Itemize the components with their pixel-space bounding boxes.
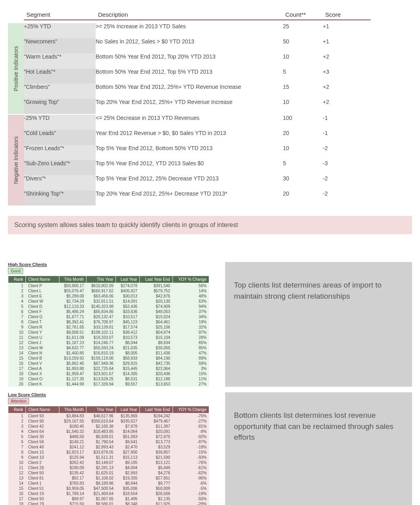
- neg-row-count-3: 5: [283, 160, 323, 175]
- high-cell-1-0: 2: [8, 288, 26, 294]
- pos-row-segment-1: "Newcomers": [24, 38, 96, 53]
- high-row-16: 17Client A$1,893.80$22,725.64$15,445$22,…: [8, 366, 209, 371]
- low-cell-14-3: $47,508.54: [86, 486, 116, 491]
- low-cell-4-6: -92%: [173, 434, 209, 439]
- pos-row-score-4: +2: [323, 84, 371, 99]
- neg-row-description-3: Top 5% Year End 2012, YTD 2013 Sales $0: [96, 160, 283, 175]
- low-cell-12-0: 13: [8, 476, 26, 481]
- high-row-2: 3Client E$5,288.00$63,456.06$30,013$42,8…: [8, 294, 209, 299]
- pos-row-segment-2: "Warm Leads"*: [24, 53, 96, 69]
- low-cell-11-0: 12: [8, 470, 26, 476]
- high-cell-7-0: 8: [8, 319, 26, 325]
- low-cell-4-4: $51,083: [116, 434, 140, 439]
- low-row-2: 3Client 42$180.45$2,165.38$7,978$11,397-…: [8, 424, 209, 429]
- high-score-table-wrap: High Score Clients Good RankClient NameT…: [8, 262, 209, 387]
- low-cell-9-2: $262.42: [59, 460, 86, 465]
- high-cell-13-6: 47%: [173, 350, 209, 356]
- low-cell-17-6: -28%: [173, 501, 209, 505]
- low-cell-15-2: $1,789.14: [59, 491, 86, 496]
- low-cell-7-0: 8: [8, 450, 26, 455]
- neg-row-segment-0: -25% YTD: [24, 115, 96, 130]
- neg-row-count-5: 20: [283, 190, 323, 206]
- pos-row-description-4: Bottom 50% Year End 2012, 25%+ YTD Reven…: [96, 84, 283, 99]
- high-col-0: Rank: [8, 276, 26, 283]
- high-cell-0-1: Client P: [26, 283, 59, 289]
- low-cell-14-1: Client 51: [26, 486, 59, 491]
- pos-row-segment-3: "Hot Leads"*: [24, 69, 96, 84]
- pos-row-description-5: Top 20% Year End 2012, 25%+ YTD Revenue …: [96, 99, 283, 114]
- low-cell-2-1: Client 42: [26, 424, 59, 429]
- low-cell-0-5: $194,242: [140, 413, 173, 419]
- high-row-6: 7Client G$1,677.71$20,132.47$10,517$15,0…: [8, 314, 209, 319]
- low-cell-6-1: Client 40: [26, 444, 59, 450]
- high-row-3: 4Client W$2,734.29$32,811.51$14,091$20,1…: [8, 299, 209, 304]
- high-cell-15-0: 16: [8, 361, 26, 366]
- high-cell-16-1: Client A: [26, 366, 59, 371]
- high-cell-5-5: $48,053: [140, 309, 173, 314]
- pos-row-description-2: Bottom 50% Year End 2012, Top 20% YTD 20…: [96, 53, 283, 69]
- low-cell-2-6: -81%: [173, 424, 209, 429]
- low-cell-1-6: -27%: [173, 419, 209, 424]
- neg-row-score-0: -1: [323, 115, 371, 130]
- low-cell-6-2: $241.12: [59, 444, 86, 450]
- positive-band: Positive Indicators: [8, 23, 24, 114]
- high-cell-17-0: 18: [8, 371, 26, 376]
- low-cell-8-6: -93%: [173, 455, 209, 460]
- low-cell-13-4: $6,844: [116, 481, 140, 486]
- high-cell-4-5: $74,909: [140, 304, 173, 309]
- high-cell-13-4: $8,005: [116, 350, 140, 356]
- high-cell-19-5: $13,653: [140, 382, 173, 387]
- low-cell-4-2: $486.50: [59, 434, 86, 439]
- high-col-2: This Month: [59, 276, 86, 283]
- high-cell-5-4: $33,636: [116, 309, 140, 314]
- low-cell-11-3: $1,625.01: [86, 470, 116, 476]
- pos-row-count-4: 15: [283, 84, 323, 99]
- low-cell-13-0: 14: [8, 481, 26, 486]
- low-cell-0-1: Client 93: [26, 413, 59, 419]
- high-row-4: 5Client D$12,110.33$145,323.98$52,436$74…: [8, 304, 209, 309]
- low-row-14: 15Client 51$3,959.05$47,508.54$35,006$50…: [8, 486, 209, 491]
- high-cell-14-2: $13,259.92: [59, 356, 86, 361]
- high-cell-2-5: $42,876: [140, 294, 173, 299]
- low-cell-7-4: $27,900: [116, 450, 140, 455]
- high-cell-17-4: $14,305: [116, 371, 140, 376]
- scoring-caption: Scoring system allows sales team to quic…: [8, 216, 412, 234]
- neg-row-segment-1: "Cold Leads": [24, 130, 96, 145]
- high-cell-10-0: 11: [8, 335, 26, 340]
- high-cell-12-1: Client M: [26, 345, 59, 350]
- low-cell-10-2: $190.09: [59, 465, 86, 470]
- high-cell-5-0: 6: [8, 309, 26, 314]
- low-score-table-wrap: Low Score Clients Attention RankClient N…: [8, 392, 209, 505]
- high-cell-7-1: Client T: [26, 319, 59, 325]
- high-row-10: 11Client U$1,611.09$19,333.07$10,573$15,…: [8, 335, 209, 340]
- high-cell-19-4: $9,557: [116, 382, 140, 387]
- high-cell-17-1: Client X: [26, 371, 59, 376]
- high-cell-1-2: $55,076.47: [59, 288, 86, 294]
- low-cell-12-2: $92.17: [59, 476, 86, 481]
- neg-row-description-1: Year End 2012 Revenue > $0, $0 Sales YTD…: [96, 130, 283, 145]
- high-cell-13-5: $11,436: [140, 350, 173, 356]
- col-segment: Segment: [24, 11, 96, 20]
- low-cell-3-3: $18,483.85: [86, 429, 116, 434]
- low-cell-9-1: Client 2: [26, 460, 59, 465]
- low-cell-5-2: $149.21: [59, 439, 86, 444]
- low-col-2: This Month: [59, 406, 86, 413]
- low-cell-2-4: $7,978: [116, 424, 140, 429]
- low-col-1: Client Name: [26, 406, 59, 413]
- low-row-8: 9Client 10$125.94$1,511.31$15,113$21,590…: [8, 455, 209, 460]
- high-cell-8-5: $25,106: [140, 325, 173, 330]
- low-cell-5-0: 6: [8, 439, 26, 444]
- low-cell-16-1: Client 93: [26, 496, 59, 501]
- low-cell-6-4: $2,470: [116, 444, 140, 450]
- neg-row-count-2: 10: [283, 145, 323, 160]
- high-row-0: 1Client P$50,900.17$610,802.09$274,078$3…: [8, 283, 209, 289]
- high-cell-1-5: $579,752: [140, 288, 173, 294]
- low-cell-10-3: $2,281.13: [86, 465, 116, 470]
- low-cell-8-1: Client 10: [26, 455, 59, 460]
- high-cell-2-3: $63,456.06: [86, 294, 116, 299]
- low-cell-4-3: $5,838.01: [86, 434, 116, 439]
- high-cell-2-0: 3: [8, 294, 26, 299]
- high-cell-17-2: $1,958.47: [59, 371, 86, 376]
- low-cell-13-2: $765.83: [59, 481, 86, 486]
- high-cell-7-6: 19%: [173, 319, 209, 325]
